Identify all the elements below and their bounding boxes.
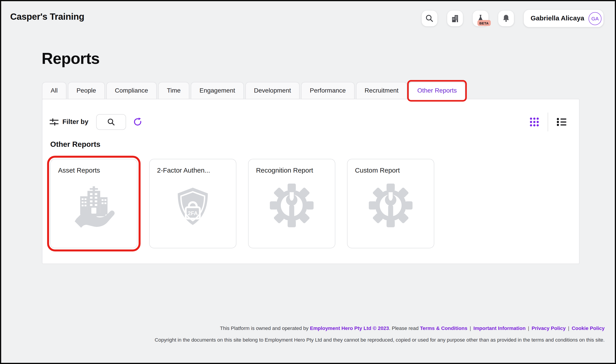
footer-legal-line: This Platform is owned and operated by E… [220,325,605,331]
tab-development[interactable]: Development [245,82,300,99]
refresh-icon [133,117,142,127]
card-title: Recognition Report [256,167,313,175]
avatar: GA [589,12,602,25]
card-custom-report[interactable]: Custom Report [347,159,434,248]
tab-label: Compliance [115,87,148,94]
section-heading: Other Reports [50,140,100,149]
card-2fa-report[interactable]: 2-Factor Authen... 2FA [149,159,236,248]
footer-terms-link[interactable]: Terms & Conditions [420,325,467,331]
grid-view-icon [529,117,539,127]
tab-time[interactable]: Time [158,82,189,99]
organisation-button[interactable] [447,11,463,26]
reports-panel: Filter by [42,99,579,264]
footer-separator: | [568,325,569,331]
tab-label: Engagement [200,87,235,94]
card-recognition-report[interactable]: Recognition Report [248,159,335,248]
filter-sliders-icon [50,118,59,126]
card-asset-reports-wrap: Asset Reports [50,159,137,248]
search-icon [107,118,116,126]
tab-label: Other Reports [417,87,457,94]
gear-wrench-icon [368,183,414,229]
footer-separator: | [528,325,529,331]
tab-performance[interactable]: Performance [301,82,354,99]
tab-label: Performance [310,87,346,94]
report-tabs: All People Compliance Time Engagement De… [42,82,465,99]
footer-text: This Platform is owned and operated by [220,325,310,331]
card-asset-reports[interactable]: Asset Reports [50,159,137,248]
divider [548,113,548,131]
gear-wrench-icon [269,183,315,229]
search-icon [425,14,434,23]
tab-label: All [51,87,58,94]
user-menu[interactable]: Gabriella Alicaya GA [523,10,603,27]
footer-privacy-link[interactable]: Privacy Policy [532,325,566,331]
card-custom-wrap: Custom Report [347,159,434,248]
tab-people[interactable]: People [68,82,105,99]
user-name: Gabriella Alicaya [531,14,584,22]
card-title: Custom Report [355,167,400,175]
tab-other-reports[interactable]: Other Reports [409,82,466,99]
footer-copyright-line: Copyright in the documents on this site … [155,337,605,343]
list-view-icon [556,117,567,127]
tab-recruitment[interactable]: Recruitment [356,82,407,99]
beta-badge: BETA [477,20,491,26]
app-title: Casper's Training [10,12,84,22]
card-2fa-wrap: 2-Factor Authen... 2FA [149,159,236,248]
global-search-button[interactable] [422,11,437,26]
grid-view-button[interactable] [529,117,539,127]
footer-company-link[interactable]: Employment Hero Pty Ltd © 2023 [310,325,389,331]
page-title: Reports [42,50,100,67]
labs-button[interactable]: BETA [473,11,488,26]
notifications-button[interactable] [498,11,514,26]
search-input[interactable] [96,114,126,130]
filter-toolbar: Filter by [50,113,568,131]
tab-label: Recruitment [364,87,398,94]
footer-important-info-link[interactable]: Important Information [473,325,526,331]
tab-label: People [77,87,96,94]
card-recognition-wrap: Recognition Report [248,159,335,248]
list-view-button[interactable] [556,117,567,127]
footer-text: . Please read [389,325,420,331]
2fa-text: 2FA [188,210,198,216]
tab-label: Time [167,87,181,94]
report-cards: Asset Reports [50,159,434,248]
hand-holding-buildings-icon [71,183,117,229]
filter-by-label: Filter by [62,118,88,126]
view-toggles [529,113,567,131]
refresh-button[interactable] [133,117,142,127]
tab-compliance[interactable]: Compliance [106,82,157,99]
card-title: Asset Reports [58,167,100,175]
2fa-shield-icon: 2FA [170,183,215,229]
footer-cookie-link[interactable]: Cookie Policy [572,325,604,331]
tab-all[interactable]: All [42,82,66,99]
footer-separator: | [470,325,471,331]
app-window: Casper's Training [0,0,616,364]
tab-label: Development [254,87,291,94]
card-title: 2-Factor Authen... [157,167,210,175]
topbar-actions: BETA Gabriella Alicaya GA [422,10,603,27]
bell-icon [501,14,510,23]
tab-engagement[interactable]: Engagement [191,82,244,99]
building-icon [450,14,460,23]
